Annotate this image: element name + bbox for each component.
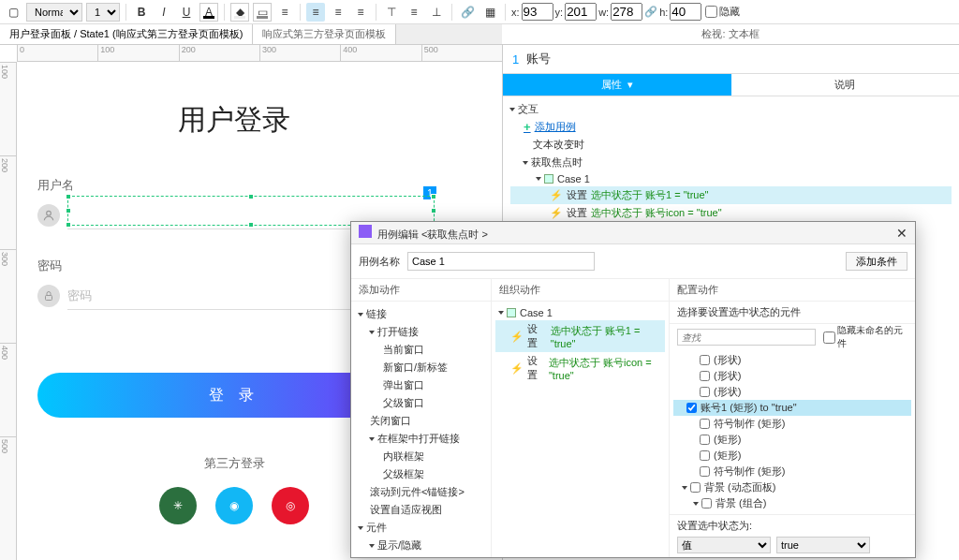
svg-point-0 [47, 211, 52, 215]
case-name-input[interactable] [407, 252, 595, 271]
weibo-icon[interactable]: ◎ [272, 487, 309, 524]
link-button[interactable]: 🔗 [458, 3, 477, 22]
action-current-window[interactable]: 当前窗口 [355, 341, 487, 359]
organize-action-column: 组织动作 Case 1 ⚡设置 选中状态于 账号1 = "true" ⚡设置 选… [492, 279, 670, 557]
cfg-symbol-2[interactable]: 符号制作 (矩形) [673, 464, 911, 479]
group-widgets[interactable]: 元件 [355, 519, 487, 537]
close-icon[interactable]: ✕ [896, 226, 907, 241]
box-icon[interactable]: ▢ [4, 3, 22, 22]
action-open-link[interactable]: 打开链接 [355, 323, 487, 341]
add-action-column: 添加动作 链接 打开链接 当前窗口 新窗口/新标签 弹出窗口 父级窗口 关闭窗口… [351, 279, 492, 557]
cfg-bg-group[interactable]: 背景 (组合) [673, 495, 911, 511]
coords: x: y: w: 🔗 h: [511, 3, 701, 21]
x-input[interactable] [522, 3, 553, 21]
action-parent-frame[interactable]: 父级框架 [355, 465, 487, 483]
action-popup[interactable]: 弹出窗口 [355, 376, 487, 394]
widget-name[interactable]: 账号 [526, 51, 551, 67]
add-case-link[interactable]: +添加用例 [510, 118, 952, 136]
action-new-window[interactable]: 新窗口/新标签 [355, 359, 487, 376]
lock-icon [37, 285, 60, 307]
case-editor-dialog: 用例编辑 <获取焦点时 > ✕ 用例名称 添加条件 添加动作 链接 打开链接 当… [350, 221, 916, 558]
inspector-tabs: 属性▾ 说明 [503, 73, 959, 96]
font-size-select[interactable]: 18 [86, 3, 120, 22]
ruler-horizontal: 0100200300400500 [17, 45, 502, 62]
w-input[interactable] [611, 3, 642, 21]
state-value-select[interactable]: true [776, 537, 870, 553]
section-interaction[interactable]: 交互 [510, 100, 952, 118]
hide-unnamed-checkbox[interactable]: 隐藏未命名的元件 [823, 324, 911, 350]
valign-bottom-button[interactable]: ⊥ [427, 3, 446, 22]
tab-notes[interactable]: 说明 [731, 74, 960, 96]
org-action-1[interactable]: ⚡设置 选中状态于 账号1 = "true" [495, 320, 665, 352]
tab-login-panel[interactable]: 用户登录面板 / State1 (响应式第三方登录页面模板) [0, 24, 253, 44]
case-1-focus[interactable]: Case 1 [510, 171, 952, 186]
org-action-2[interactable]: ⚡设置 选中状态于 账号icon = "true" [495, 352, 665, 384]
widget-search-input[interactable] [677, 329, 816, 346]
align-center-button[interactable]: ≡ [329, 3, 347, 22]
cfg-shape-1[interactable]: (形状) [673, 352, 911, 368]
tab-properties[interactable]: 属性▾ [503, 74, 731, 96]
tab-template[interactable]: 响应式第三方登录页面模板 [253, 24, 396, 44]
valign-middle-button[interactable]: ≡ [405, 3, 423, 22]
action-close-window[interactable]: 关闭窗口 [355, 412, 487, 430]
widget-button[interactable]: ▦ [480, 3, 499, 22]
cfg-shape-3[interactable]: (形状) [673, 384, 911, 400]
username-label: 用户名 [37, 177, 431, 194]
cfg-rect-2[interactable]: (矩形) [673, 448, 911, 464]
lock-icon[interactable]: 🔗 [644, 6, 657, 18]
cfg-account1[interactable]: 账号1 (矩形) to "true" [673, 400, 911, 416]
case-name-row: 用例名称 添加条件 [351, 244, 915, 279]
group-links[interactable]: 链接 [355, 305, 487, 323]
state-type-select[interactable]: 值 [677, 537, 771, 553]
widget-name-row: 1 账号 [503, 45, 959, 73]
border-color-picker[interactable]: ▭ [253, 3, 272, 22]
y-input[interactable] [565, 3, 597, 21]
cfg-symbol-1[interactable]: 符号制作 (矩形) [673, 416, 911, 432]
login-title: 用户登录 [37, 101, 431, 140]
event-focus[interactable]: 获取焦点时 [510, 154, 952, 171]
event-text-change[interactable]: 文本改变时 [510, 136, 952, 154]
text-color-picker[interactable]: A [199, 3, 218, 22]
underline-button[interactable]: U [177, 3, 196, 22]
style-select[interactable]: Normal [26, 3, 82, 22]
action-open-in-frame[interactable]: 在框架中打开链接 [355, 430, 487, 448]
app-icon [359, 225, 372, 238]
add-condition-button[interactable]: 添加条件 [846, 252, 907, 271]
h-input[interactable] [670, 3, 701, 21]
action-show[interactable]: 显示 [355, 554, 487, 557]
cfg-rect-1[interactable]: (矩形) [673, 432, 911, 448]
action-show-hide[interactable]: 显示/隐藏 [355, 537, 487, 554]
line-style-button[interactable]: ≡ [275, 3, 294, 22]
italic-button[interactable]: I [155, 3, 173, 22]
inspector-header: 检视: 文本框 [502, 24, 959, 45]
user-icon [37, 204, 60, 227]
svg-rect-1 [46, 296, 52, 301]
action-set-2[interactable]: ⚡设置 选中状态于 账号icon = "true" [510, 204, 952, 222]
qq-icon[interactable]: ◉ [215, 487, 253, 524]
configure-action-column: 配置动作 选择要设置选中状态的元件 隐藏未命名的元件 (形状) (形状) (形状… [670, 279, 915, 557]
align-left-button[interactable]: ≡ [306, 3, 325, 22]
cfg-bottom: 设置选中状态为: [670, 514, 915, 537]
dialog-titlebar[interactable]: 用例编辑 <获取焦点时 > ✕ [351, 222, 915, 244]
wechat-icon[interactable]: ✳ [159, 487, 197, 524]
org-case[interactable]: Case 1 [495, 305, 665, 320]
fill-color-picker[interactable]: ◆ [230, 3, 249, 22]
action-adaptive-view[interactable]: 设置自适应视图 [355, 501, 487, 519]
cfg-bg-panel[interactable]: 背景 (动态面板) [673, 479, 911, 495]
ruler-vertical: 100200300400500 [0, 62, 17, 560]
cfg-shape-2[interactable]: (形状) [673, 368, 911, 384]
bold-button[interactable]: B [132, 3, 151, 22]
action-scroll-anchor[interactable]: 滚动到元件<锚链接> [355, 483, 487, 501]
hide-checkbox[interactable]: 隐藏 [705, 5, 740, 19]
action-set-1[interactable]: ⚡设置 设置 选中状态于 账号1 = "true"选中状态于 账号1 = "tr… [510, 186, 952, 204]
align-right-button[interactable]: ≡ [351, 3, 370, 22]
action-parent-window[interactable]: 父级窗口 [355, 394, 487, 412]
valign-top-button[interactable]: ⊤ [382, 3, 401, 22]
action-inline-frame[interactable]: 内联框架 [355, 448, 487, 465]
top-toolbar: ▢ Normal 18 B I U A ◆ ▭ ≡ ≡ ≡ ≡ ⊤ ≡ ⊥ 🔗 … [0, 0, 959, 24]
